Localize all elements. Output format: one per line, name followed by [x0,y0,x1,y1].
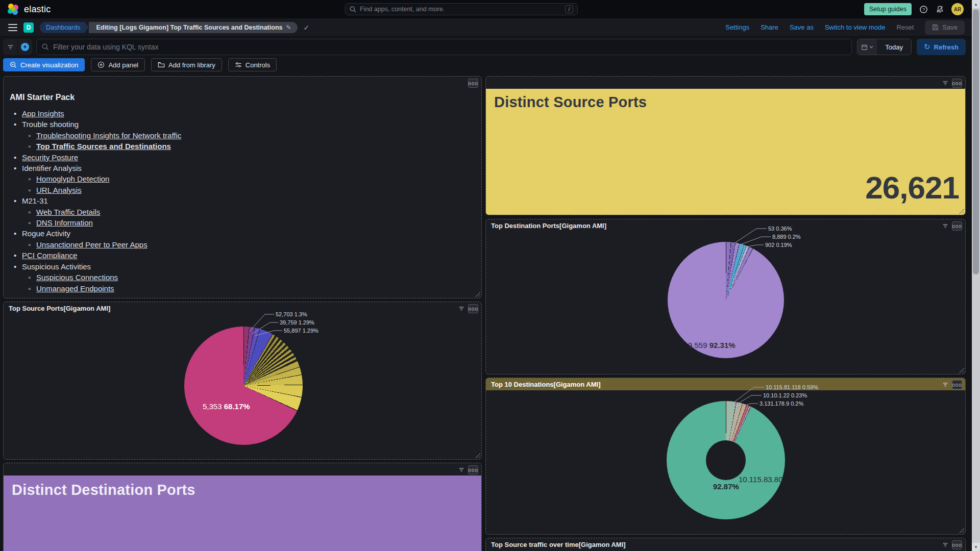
list-item[interactable]: URL Analysis [10,185,181,195]
kql-filter-input[interactable] [53,43,846,51]
filter-funnel-icon [7,44,14,51]
panel-resize-handle[interactable] [475,453,480,458]
metric-background[interactable]: Distinct Destination Ports [4,475,481,551]
notifications-icon[interactable] [935,5,944,14]
elastic-logo-icon [7,3,19,15]
date-picker-calendar-button[interactable] [857,39,877,55]
page-scrollbar[interactable]: ▲ ▼ [972,0,980,551]
reset-link[interactable]: Reset [896,23,914,31]
elastic-logo[interactable]: elastic [7,3,51,15]
panel-filter-icon[interactable] [942,382,948,388]
metric-title: Distinct Destination Ports [12,482,195,498]
panel-top-source-ports[interactable]: Top Source Ports[Gigamon AMI] ooo 52,703… [3,302,482,460]
panel-options-icon[interactable]: ooo [468,304,478,313]
user-avatar[interactable]: AR [951,3,964,15]
list-item[interactable]: Suspicious Connections [10,272,181,283]
panel-resize-handle[interactable] [475,292,480,297]
save-button[interactable]: Save [925,20,965,35]
add-filter-button[interactable]: + [18,39,32,55]
menu-icon[interactable] [8,24,17,31]
panel-options-icon[interactable]: ooo [468,79,478,88]
list-item[interactable]: Web Traffic Details [10,207,181,217]
panel-filter-icon[interactable] [458,467,464,473]
calendar-icon [861,44,868,51]
list-item[interactable]: Homoglyph Detection [10,173,181,184]
donut-chart-top-10-destinations[interactable] [667,401,785,519]
scroll-down-icon[interactable]: ▼ [972,543,980,551]
breadcrumb-current[interactable]: Editing [Logs Gigamon] Top Traffic Sourc… [89,22,297,33]
pie-callout-label: 10.115.81.118 0.59% [766,384,818,390]
list-item[interactable]: Security Posture [10,152,181,163]
scroll-up-icon[interactable]: ▲ [972,0,980,8]
metric-background[interactable]: Distinct Source Ports 26,621 [486,89,965,215]
dashboard-grid: ooo AMI Starter Pack App Insights Troubl… [0,72,972,551]
create-visualization-button[interactable]: Create visualization [3,58,85,71]
panel-title[interactable]: Top Destination Ports[Gigamon AMI] [491,222,606,230]
panel-options-icon[interactable]: ooo [952,380,962,389]
panel-filter-icon[interactable] [942,223,948,229]
svg-text:?: ? [922,7,925,12]
panel-distinct-destination-ports[interactable]: ooo Distinct Destination Ports [3,463,482,551]
search-shortcut-hint: / [565,5,573,13]
panel-top-10-destinations[interactable]: Top 10 Destinations[Gigamon AMI] ooo 10.… [485,378,966,535]
date-range-label[interactable]: Today [877,39,911,55]
panel-title[interactable]: Top 10 Destinations[Gigamon AMI] [491,381,601,388]
panel-filter-icon[interactable] [458,306,464,312]
panel-options-icon[interactable]: ooo [468,465,478,474]
global-search[interactable]: / [345,3,578,15]
panel-markdown-ami-starter-pack[interactable]: ooo AMI Starter Pack App Insights Troubl… [3,76,482,298]
list-item[interactable]: Troubleshooting Insights for Network tra… [10,130,181,141]
list-item: Trouble shooting [10,119,181,130]
add-panel-button[interactable]: Add panel [91,58,145,71]
controls-button[interactable]: Controls [228,58,277,71]
panel-resize-handle[interactable] [959,528,964,533]
share-link[interactable]: Share [761,23,778,31]
scrollbar-thumb[interactable] [973,9,979,274]
pie-callout-label: 55,897 1.29% [284,328,318,334]
setup-guides-button[interactable]: Setup guides [864,3,912,15]
panel-top-source-traffic-over-time[interactable]: Top Source traffic over time[Gigamon AMI… [485,538,966,551]
switch-to-view-mode-link[interactable]: Switch to view mode [825,23,886,31]
list-item-current-dashboard[interactable]: Top Traffic Sources and Destinations [10,141,181,152]
list-item: Identifier Analysis [10,163,181,173]
pie-callout-label: 902 0.19% [765,242,792,248]
edit-toolbar: Create visualization Add panel Add from … [0,57,972,72]
panel-options-icon[interactable]: ooo [952,221,962,231]
saved-query-menu-button[interactable] [3,39,17,55]
query-bar: + Today ↻ Refresh [0,37,972,57]
edit-title-icon[interactable]: ✎ [286,24,291,31]
panel-title[interactable]: Top Source Ports[Gigamon AMI] [9,305,110,312]
add-from-library-button[interactable]: Add from library [151,58,222,71]
brand-name: elastic [24,4,51,15]
save-as-link[interactable]: Save as [790,23,814,31]
markdown-heading: AMI Starter Pack [10,93,75,102]
list-item[interactable]: Unmanaged Endpoints [10,283,181,294]
panel-filter-icon[interactable] [942,542,948,548]
list-item: Rogue Activity [10,228,181,239]
list-item[interactable]: DNS Information [10,217,181,228]
panel-title[interactable]: Top Source traffic over time[Gigamon AMI… [491,541,626,548]
help-icon[interactable]: ? [919,5,928,14]
list-item: M21-31 [10,195,181,206]
lens-icon [10,61,17,68]
list-item[interactable]: App Insights [10,108,181,119]
plus-circle-icon: + [21,43,29,51]
settings-link[interactable]: Settings [725,23,749,31]
panel-filter-icon[interactable] [942,80,948,86]
space-avatar[interactable]: D [23,22,34,33]
global-search-input[interactable] [360,6,565,13]
list-item[interactable]: Unsanctioned Peer to Peer Apps [10,239,181,250]
kql-filter-box[interactable] [36,39,852,55]
panel-resize-handle[interactable] [959,368,964,373]
panel-options-icon[interactable]: ooo [952,79,962,88]
panel-top-destination-ports[interactable]: Top Destination Ports[Gigamon AMI] ooo 5… [485,219,966,374]
breadcrumb-dashboards[interactable]: Dashboards [40,22,88,33]
refresh-button[interactable]: ↻ Refresh [917,39,966,55]
search-icon [42,43,49,51]
pie-chart-top-source-ports[interactable] [184,327,303,445]
list-item[interactable]: PCI Compliance [10,250,181,261]
date-picker: Today [857,39,912,55]
panel-options-icon[interactable]: ooo [952,540,962,549]
panel-distinct-source-ports[interactable]: ooo Distinct Source Ports 26,621 [485,76,966,215]
pie-callout-label: 53 0.36% [768,226,792,232]
